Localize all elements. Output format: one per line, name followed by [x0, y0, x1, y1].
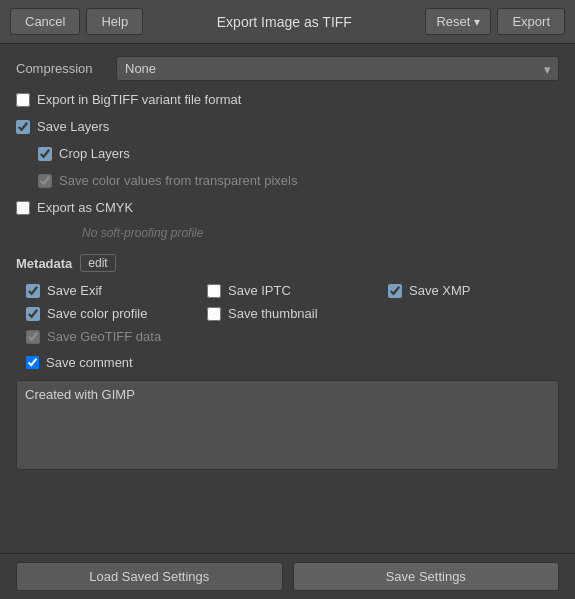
- save-comment-row: Save comment: [16, 355, 559, 370]
- footer: Load Saved Settings Save Settings: [0, 553, 575, 599]
- save-geotiff-row: Save GeoTIFF data: [26, 328, 197, 345]
- crop-layers-label[interactable]: Crop Layers: [59, 146, 130, 161]
- save-thumbnail-label[interactable]: Save thumbnail: [228, 306, 318, 321]
- save-color-profile-checkbox[interactable]: [26, 307, 40, 321]
- export-cmyk-row: Export as CMYK: [16, 199, 559, 216]
- save-layers-label[interactable]: Save Layers: [37, 119, 109, 134]
- soft-proof-note: No soft-proofing profile: [16, 226, 559, 240]
- save-settings-button[interactable]: Save Settings: [293, 562, 560, 591]
- reset-button[interactable]: Reset: [425, 8, 491, 35]
- compression-select[interactable]: NoneLZWJPEGCCITT Group 3 FaxCCITT Group …: [116, 56, 559, 81]
- metadata-edit-button[interactable]: edit: [80, 254, 115, 272]
- save-comment-checkbox[interactable]: [26, 356, 39, 369]
- crop-layers-row: Crop Layers: [16, 145, 559, 162]
- big-tiff-checkbox[interactable]: [16, 93, 30, 107]
- export-button[interactable]: Export: [497, 8, 565, 35]
- metadata-checkboxes: Save Exif Save IPTC Save XMP Save color …: [16, 282, 559, 345]
- save-comment-label[interactable]: Save comment: [46, 355, 133, 370]
- crop-layers-checkbox[interactable]: [38, 147, 52, 161]
- save-exif-label[interactable]: Save Exif: [47, 283, 102, 298]
- export-cmyk-checkbox[interactable]: [16, 201, 30, 215]
- dialog-title: Export Image as TIFF: [149, 14, 419, 30]
- save-exif-checkbox[interactable]: [26, 284, 40, 298]
- compression-select-wrapper: NoneLZWJPEGCCITT Group 3 FaxCCITT Group …: [116, 56, 559, 81]
- export-cmyk-label[interactable]: Export as CMYK: [37, 200, 133, 215]
- save-xmp-checkbox[interactable]: [388, 284, 402, 298]
- save-thumbnail-row: Save thumbnail: [207, 305, 378, 322]
- save-geotiff-label: Save GeoTIFF data: [47, 329, 161, 344]
- compression-row: Compression NoneLZWJPEGCCITT Group 3 Fax…: [16, 56, 559, 81]
- save-iptc-row: Save IPTC: [207, 282, 378, 299]
- cancel-button[interactable]: Cancel: [10, 8, 80, 35]
- save-iptc-checkbox[interactable]: [207, 284, 221, 298]
- compression-label: Compression: [16, 61, 106, 76]
- comment-textarea[interactable]: [16, 380, 559, 470]
- save-xmp-row: Save XMP: [388, 282, 559, 299]
- save-thumbnail-checkbox[interactable]: [207, 307, 221, 321]
- save-color-profile-row: Save color profile: [26, 305, 197, 322]
- help-button[interactable]: Help: [86, 8, 143, 35]
- toolbar: Cancel Help Export Image as TIFF Reset E…: [0, 0, 575, 44]
- save-layers-checkbox[interactable]: [16, 120, 30, 134]
- reset-label: Reset: [436, 14, 470, 29]
- metadata-label: Metadata: [16, 256, 72, 271]
- save-xmp-label[interactable]: Save XMP: [409, 283, 470, 298]
- save-iptc-label[interactable]: Save IPTC: [228, 283, 291, 298]
- save-color-values-row: Save color values from transparent pixel…: [16, 172, 559, 189]
- big-tiff-row: Export in BigTIFF variant file format: [16, 91, 559, 108]
- load-settings-button[interactable]: Load Saved Settings: [16, 562, 283, 591]
- save-color-values-checkbox: [38, 174, 52, 188]
- metadata-header: Metadata edit: [16, 254, 559, 272]
- save-geotiff-checkbox: [26, 330, 40, 344]
- reset-chevron-icon: [474, 14, 480, 29]
- save-layers-row: Save Layers: [16, 118, 559, 135]
- main-content: Compression NoneLZWJPEGCCITT Group 3 Fax…: [0, 44, 575, 553]
- save-color-values-label: Save color values from transparent pixel…: [59, 173, 297, 188]
- save-exif-row: Save Exif: [26, 282, 197, 299]
- save-color-profile-label[interactable]: Save color profile: [47, 306, 147, 321]
- big-tiff-label[interactable]: Export in BigTIFF variant file format: [37, 92, 241, 107]
